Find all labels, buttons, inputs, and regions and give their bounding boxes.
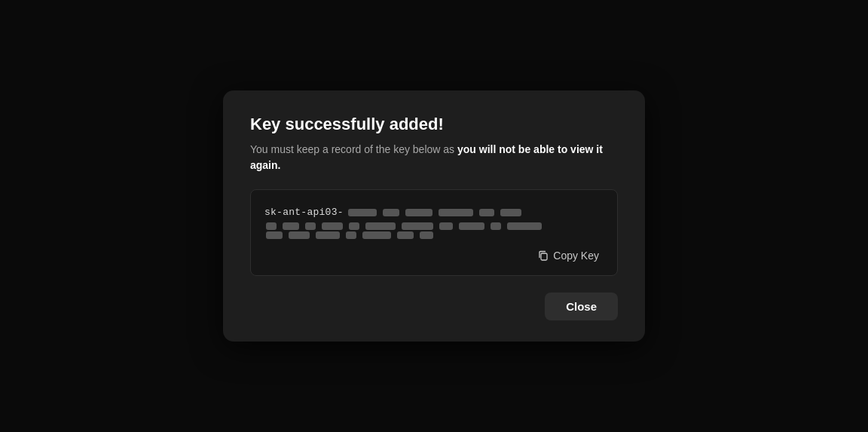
key-blur-23: [397, 231, 414, 239]
modal-footer: Close: [250, 293, 618, 320]
key-line-2: [264, 222, 604, 230]
api-key-box: sk-ant-api03-: [250, 189, 618, 276]
modal-overlay: Key successfully added! You must keep a …: [0, 0, 868, 432]
key-line-1: sk-ant-api03-: [264, 204, 604, 221]
copy-key-label: Copy Key: [553, 250, 599, 262]
key-blur-5: [479, 209, 494, 216]
key-blur-16: [491, 222, 501, 230]
key-blur-3: [405, 209, 432, 216]
key-blur-21: [346, 231, 356, 239]
modal-dialog: Key successfully added! You must keep a …: [223, 90, 645, 342]
svg-rect-0: [541, 253, 547, 260]
key-blur-6: [500, 209, 521, 216]
key-blur-2: [383, 209, 399, 216]
modal-description: You must keep a record of the key below …: [250, 142, 618, 174]
key-blur-18: [266, 231, 283, 239]
key-blur-13: [402, 222, 433, 230]
key-blur-17: [507, 222, 542, 230]
key-blur-11: [349, 222, 359, 230]
key-blur-10: [322, 222, 343, 230]
api-key-content: sk-ant-api03-: [264, 204, 604, 239]
key-blur-9: [305, 222, 316, 230]
key-blur-20: [316, 231, 340, 239]
close-button[interactable]: Close: [545, 293, 618, 320]
copy-key-row: Copy Key: [264, 247, 604, 265]
key-blur-4: [439, 209, 473, 216]
key-blur-7: [266, 222, 277, 230]
key-blur-22: [362, 231, 391, 239]
key-line-3: [264, 231, 604, 239]
copy-icon: [538, 250, 549, 261]
key-blur-14: [439, 222, 453, 230]
key-blur-19: [289, 231, 310, 239]
key-blur-12: [365, 222, 396, 230]
description-normal-text: You must keep a record of the key below …: [250, 143, 457, 155]
key-prefix: sk-ant-api03-: [264, 204, 344, 221]
key-blur-1: [348, 209, 377, 216]
key-blur-15: [459, 222, 484, 230]
key-blur-24: [420, 231, 433, 239]
copy-key-button[interactable]: Copy Key: [533, 247, 604, 265]
modal-title: Key successfully added!: [250, 115, 618, 134]
key-blur-8: [283, 222, 299, 230]
